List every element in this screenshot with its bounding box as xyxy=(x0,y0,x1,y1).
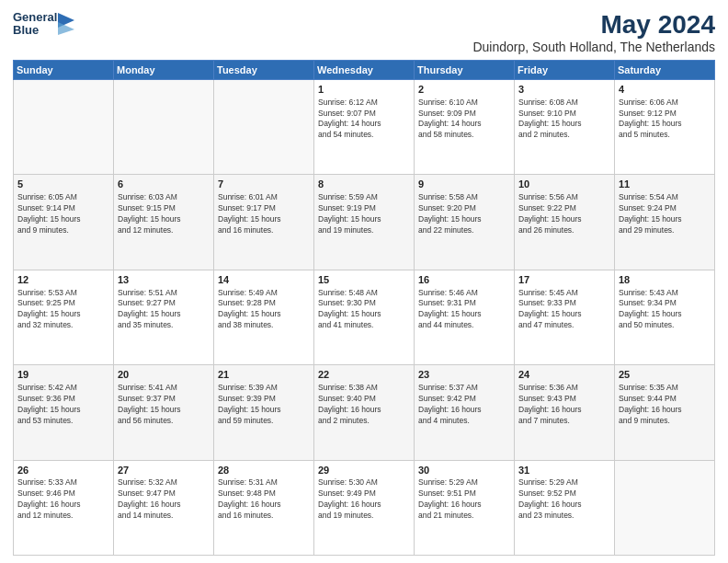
table-row: 17Sunrise: 5:45 AM Sunset: 9:33 PM Dayli… xyxy=(515,270,615,364)
table-row: 18Sunrise: 5:43 AM Sunset: 9:34 PM Dayli… xyxy=(615,270,715,364)
day-info: Sunrise: 5:29 AM Sunset: 9:51 PM Dayligh… xyxy=(418,477,510,522)
day-number: 18 xyxy=(619,273,711,287)
day-info: Sunrise: 5:41 AM Sunset: 9:37 PM Dayligh… xyxy=(118,383,210,427)
day-info: Sunrise: 5:58 AM Sunset: 9:20 PM Dayligh… xyxy=(418,192,510,236)
day-info: Sunrise: 5:30 AM Sunset: 9:49 PM Dayligh… xyxy=(318,477,410,522)
table-row: 14Sunrise: 5:49 AM Sunset: 9:28 PM Dayli… xyxy=(214,270,314,364)
day-number: 30 xyxy=(418,464,510,477)
day-info: Sunrise: 5:33 AM Sunset: 9:46 PM Dayligh… xyxy=(17,477,109,522)
day-info: Sunrise: 6:01 AM Sunset: 9:17 PM Dayligh… xyxy=(218,192,310,236)
day-number: 1 xyxy=(318,83,410,97)
day-info: Sunrise: 5:46 AM Sunset: 9:31 PM Dayligh… xyxy=(418,288,510,332)
table-row xyxy=(214,79,314,174)
day-number: 7 xyxy=(218,178,310,191)
table-row: 31Sunrise: 5:29 AM Sunset: 9:52 PM Dayli… xyxy=(515,460,615,555)
day-info: Sunrise: 5:56 AM Sunset: 9:22 PM Dayligh… xyxy=(518,192,610,236)
table-row: 24Sunrise: 5:36 AM Sunset: 9:43 PM Dayli… xyxy=(515,365,615,460)
day-number: 24 xyxy=(518,368,610,382)
table-row: 16Sunrise: 5:46 AM Sunset: 9:31 PM Dayli… xyxy=(415,270,515,364)
day-info: Sunrise: 6:12 AM Sunset: 9:07 PM Dayligh… xyxy=(318,98,410,142)
day-number: 16 xyxy=(418,273,510,287)
table-row: 19Sunrise: 5:42 AM Sunset: 9:36 PM Dayli… xyxy=(14,365,114,460)
col-tuesday: Tuesday xyxy=(214,60,314,79)
day-number: 27 xyxy=(118,464,210,477)
table-row: 11Sunrise: 5:54 AM Sunset: 9:24 PM Dayli… xyxy=(615,175,715,270)
day-info: Sunrise: 5:43 AM Sunset: 9:34 PM Dayligh… xyxy=(619,288,711,332)
day-info: Sunrise: 5:37 AM Sunset: 9:42 PM Dayligh… xyxy=(418,383,510,427)
day-info: Sunrise: 5:36 AM Sunset: 9:43 PM Dayligh… xyxy=(518,383,610,427)
calendar-week-row: 5Sunrise: 6:05 AM Sunset: 9:14 PM Daylig… xyxy=(14,175,715,270)
col-thursday: Thursday xyxy=(415,60,515,79)
table-row: 3Sunrise: 6:08 AM Sunset: 9:10 PM Daylig… xyxy=(515,79,615,174)
day-info: Sunrise: 5:29 AM Sunset: 9:52 PM Dayligh… xyxy=(518,477,610,522)
day-info: Sunrise: 6:08 AM Sunset: 9:10 PM Dayligh… xyxy=(518,98,610,142)
day-number: 22 xyxy=(318,368,410,382)
day-info: Sunrise: 6:03 AM Sunset: 9:15 PM Dayligh… xyxy=(118,192,210,236)
day-number: 5 xyxy=(17,178,109,191)
day-number: 4 xyxy=(619,83,711,97)
day-number: 29 xyxy=(318,464,410,477)
day-info: Sunrise: 5:31 AM Sunset: 9:48 PM Dayligh… xyxy=(218,477,310,522)
col-monday: Monday xyxy=(114,60,214,79)
day-number: 8 xyxy=(318,178,410,191)
table-row: 28Sunrise: 5:31 AM Sunset: 9:48 PM Dayli… xyxy=(214,460,314,555)
day-info: Sunrise: 5:54 AM Sunset: 9:24 PM Dayligh… xyxy=(619,192,711,236)
day-number: 21 xyxy=(218,368,310,382)
day-info: Sunrise: 6:10 AM Sunset: 9:09 PM Dayligh… xyxy=(418,98,510,142)
day-info: Sunrise: 6:06 AM Sunset: 9:12 PM Dayligh… xyxy=(619,98,711,142)
day-info: Sunrise: 5:59 AM Sunset: 9:19 PM Dayligh… xyxy=(318,192,410,236)
day-info: Sunrise: 5:51 AM Sunset: 9:27 PM Dayligh… xyxy=(118,288,210,332)
table-row: 5Sunrise: 6:05 AM Sunset: 9:14 PM Daylig… xyxy=(14,175,114,270)
table-row xyxy=(615,460,715,555)
logo: General Blue xyxy=(13,11,74,38)
calendar: Sunday Monday Tuesday Wednesday Thursday… xyxy=(13,60,715,556)
day-number: 14 xyxy=(218,273,310,287)
calendar-week-row: 1Sunrise: 6:12 AM Sunset: 9:07 PM Daylig… xyxy=(14,79,715,174)
table-row: 4Sunrise: 6:06 AM Sunset: 9:12 PM Daylig… xyxy=(615,79,715,174)
day-info: Sunrise: 5:38 AM Sunset: 9:40 PM Dayligh… xyxy=(318,383,410,427)
logo-text: General Blue xyxy=(13,11,57,38)
calendar-week-row: 26Sunrise: 5:33 AM Sunset: 9:46 PM Dayli… xyxy=(14,460,715,555)
logo-line2: Blue xyxy=(13,24,57,37)
day-info: Sunrise: 5:48 AM Sunset: 9:30 PM Dayligh… xyxy=(318,288,410,332)
day-number: 31 xyxy=(518,464,610,477)
table-row: 10Sunrise: 5:56 AM Sunset: 9:22 PM Dayli… xyxy=(515,175,615,270)
table-row: 9Sunrise: 5:58 AM Sunset: 9:20 PM Daylig… xyxy=(415,175,515,270)
table-row: 6Sunrise: 6:03 AM Sunset: 9:15 PM Daylig… xyxy=(114,175,214,270)
day-number: 17 xyxy=(518,273,610,287)
page: General Blue May 2024 Duindorp, South Ho… xyxy=(0,0,728,563)
day-info: Sunrise: 5:35 AM Sunset: 9:44 PM Dayligh… xyxy=(619,383,711,427)
day-number: 6 xyxy=(118,178,210,191)
table-row: 13Sunrise: 5:51 AM Sunset: 9:27 PM Dayli… xyxy=(114,270,214,364)
logo-line1: General xyxy=(13,11,57,24)
day-number: 20 xyxy=(118,368,210,382)
table-row: 2Sunrise: 6:10 AM Sunset: 9:09 PM Daylig… xyxy=(415,79,515,174)
day-info: Sunrise: 5:32 AM Sunset: 9:47 PM Dayligh… xyxy=(118,477,210,522)
calendar-header-row: Sunday Monday Tuesday Wednesday Thursday… xyxy=(14,60,715,79)
main-title: May 2024 xyxy=(472,11,715,40)
table-row: 7Sunrise: 6:01 AM Sunset: 9:17 PM Daylig… xyxy=(214,175,314,270)
table-row: 23Sunrise: 5:37 AM Sunset: 9:42 PM Dayli… xyxy=(415,365,515,460)
day-number: 3 xyxy=(518,83,610,97)
col-friday: Friday xyxy=(515,60,615,79)
day-number: 26 xyxy=(17,464,109,477)
table-row: 20Sunrise: 5:41 AM Sunset: 9:37 PM Dayli… xyxy=(114,365,214,460)
day-number: 13 xyxy=(118,273,210,287)
table-row: 1Sunrise: 6:12 AM Sunset: 9:07 PM Daylig… xyxy=(314,79,415,174)
table-row xyxy=(114,79,214,174)
day-number: 15 xyxy=(318,273,410,287)
table-row: 25Sunrise: 5:35 AM Sunset: 9:44 PM Dayli… xyxy=(615,365,715,460)
col-saturday: Saturday xyxy=(615,60,715,79)
logo-icon xyxy=(58,13,74,35)
col-wednesday: Wednesday xyxy=(314,60,415,79)
table-row: 29Sunrise: 5:30 AM Sunset: 9:49 PM Dayli… xyxy=(314,460,415,555)
day-number: 2 xyxy=(418,83,510,97)
table-row: 8Sunrise: 5:59 AM Sunset: 9:19 PM Daylig… xyxy=(314,175,415,270)
day-number: 28 xyxy=(218,464,310,477)
day-number: 9 xyxy=(418,178,510,191)
table-row: 21Sunrise: 5:39 AM Sunset: 9:39 PM Dayli… xyxy=(214,365,314,460)
col-sunday: Sunday xyxy=(14,60,114,79)
calendar-week-row: 12Sunrise: 5:53 AM Sunset: 9:25 PM Dayli… xyxy=(14,270,715,364)
day-number: 25 xyxy=(619,368,711,382)
day-info: Sunrise: 5:42 AM Sunset: 9:36 PM Dayligh… xyxy=(17,383,109,427)
